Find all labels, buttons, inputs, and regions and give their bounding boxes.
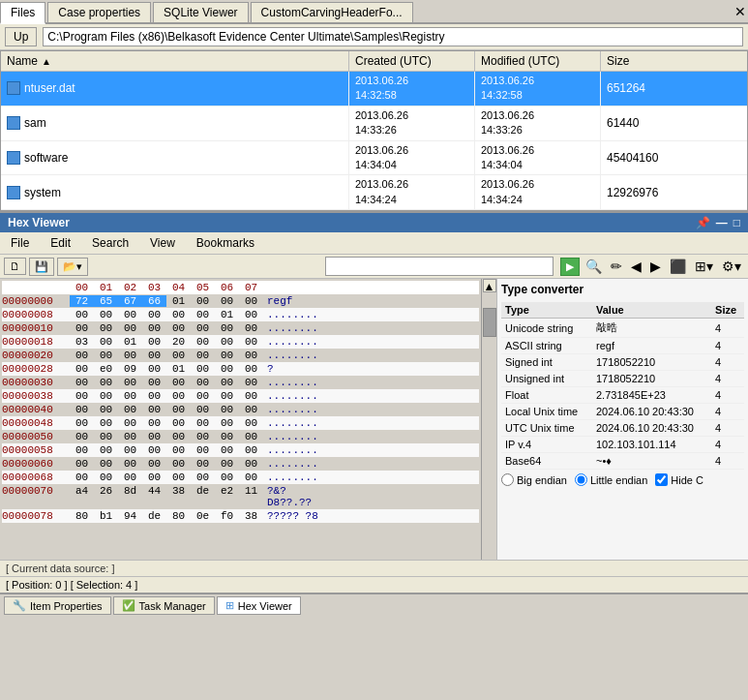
hex-byte-12-4[interactable]: 00 [166, 458, 191, 470]
tab-case-properties[interactable]: Case properties [47, 2, 151, 22]
hex-byte-5-1[interactable]: e0 [94, 363, 118, 375]
bottom-tab-task-manager[interactable]: ✅ Task Manager [113, 596, 215, 615]
hex-byte-6-2[interactable]: 00 [118, 377, 142, 388]
hex-byte-12-0[interactable]: 00 [70, 458, 94, 470]
hex-byte-10-5[interactable]: 00 [191, 431, 215, 442]
menu-bookmarks[interactable]: Bookmarks [191, 234, 260, 252]
hex-byte-1-3[interactable]: 00 [142, 309, 166, 320]
bottom-tab-hex-viewer[interactable]: ⊞ Hex Viewer [217, 596, 301, 615]
hex-byte-5-4[interactable]: 01 [166, 363, 191, 375]
hex-byte-10-2[interactable]: 00 [118, 431, 142, 442]
hex-byte-13-4[interactable]: 00 [166, 472, 191, 483]
hex-byte-12-6[interactable]: 00 [215, 458, 239, 470]
hex-byte-4-0[interactable]: 00 [70, 350, 94, 361]
hex-row-7[interactable]: 000000380000000000000000........ [2, 389, 479, 403]
big-endian-label[interactable]: Big endian [501, 473, 567, 486]
hex-byte-6-0[interactable]: 00 [70, 377, 94, 388]
hex-byte-8-6[interactable]: 00 [215, 404, 239, 415]
hex-byte-12-3[interactable]: 00 [142, 458, 166, 470]
hex-byte-9-7[interactable]: 00 [239, 417, 263, 429]
hex-byte-4-6[interactable]: 00 [215, 350, 239, 361]
hex-byte-3-7[interactable]: 00 [239, 336, 263, 348]
little-endian-label[interactable]: Little endian [575, 473, 647, 486]
hex-byte-14-4[interactable]: 38 [166, 485, 191, 508]
hex-byte-1-7[interactable]: 00 [239, 309, 263, 320]
hex-byte-2-7[interactable]: 00 [239, 322, 263, 334]
hex-byte-0-1[interactable]: 65 [94, 295, 118, 307]
hex-byte-7-4[interactable]: 00 [166, 390, 191, 402]
hex-row-9[interactable]: 000000480000000000000000........ [2, 416, 479, 430]
little-endian-radio[interactable] [575, 473, 587, 486]
hex-byte-0-0[interactable]: 72 [70, 295, 94, 307]
hex-byte-0-2[interactable]: 67 [118, 295, 142, 307]
hex-byte-0-5[interactable]: 00 [191, 295, 215, 307]
hex-row-15[interactable]: 0000007880b194de800ef038????? ?8 [2, 509, 479, 523]
hex-byte-2-5[interactable]: 00 [191, 322, 215, 334]
hex-byte-5-7[interactable]: 00 [239, 363, 263, 375]
hex-byte-7-6[interactable]: 00 [215, 390, 239, 402]
hex-byte-11-3[interactable]: 00 [142, 444, 166, 456]
hex-byte-15-5[interactable]: 0e [191, 510, 215, 522]
hex-byte-11-4[interactable]: 00 [166, 444, 191, 456]
hex-byte-11-6[interactable]: 00 [215, 444, 239, 456]
hex-byte-3-3[interactable]: 00 [142, 336, 166, 348]
hex-byte-7-5[interactable]: 00 [191, 390, 215, 402]
hex-byte-5-0[interactable]: 00 [70, 363, 94, 375]
hex-byte-6-5[interactable]: 00 [191, 377, 215, 388]
hex-byte-10-4[interactable]: 00 [166, 431, 191, 442]
hex-byte-1-2[interactable]: 00 [118, 309, 142, 320]
stop-icon[interactable]: ⬛ [667, 258, 689, 275]
hex-byte-8-5[interactable]: 00 [191, 404, 215, 415]
hex-byte-10-3[interactable]: 00 [142, 431, 166, 442]
hex-byte-5-2[interactable]: 09 [118, 363, 142, 375]
search-icon[interactable]: 🔍 [583, 258, 605, 275]
hex-byte-3-2[interactable]: 01 [118, 336, 142, 348]
hex-byte-0-4[interactable]: 01 [166, 295, 191, 307]
menu-file[interactable]: File [5, 234, 35, 252]
hex-row-11[interactable]: 000000580000000000000000........ [2, 443, 479, 457]
close-icon[interactable]: ✕ [734, 4, 746, 19]
hex-row-6[interactable]: 000000300000000000000000........ [2, 376, 479, 389]
menu-view[interactable]: View [144, 234, 181, 252]
save-btn[interactable]: 💾 [29, 258, 54, 276]
hex-byte-9-5[interactable]: 00 [191, 417, 215, 429]
hex-row-14[interactable]: 00000070a4268d4438dee211?&?D8??.?? [2, 484, 479, 509]
hex-byte-6-1[interactable]: 00 [94, 377, 118, 388]
hex-byte-0-6[interactable]: 00 [215, 295, 239, 307]
hex-byte-12-5[interactable]: 00 [191, 458, 215, 470]
hex-byte-13-0[interactable]: 00 [70, 472, 94, 483]
grid-icon[interactable]: ⊞▾ [692, 258, 716, 275]
hex-byte-14-0[interactable]: a4 [70, 485, 94, 508]
hex-row-3[interactable]: 000000180300010020000000........ [2, 335, 479, 349]
big-endian-radio[interactable] [501, 473, 514, 486]
hex-scrollbar[interactable]: ▲ [481, 279, 496, 560]
hex-byte-7-3[interactable]: 00 [142, 390, 166, 402]
hex-byte-2-4[interactable]: 00 [166, 322, 191, 334]
hex-byte-0-3[interactable]: 66 [142, 295, 166, 307]
hex-byte-7-2[interactable]: 00 [118, 390, 142, 402]
hex-byte-12-1[interactable]: 00 [94, 458, 118, 470]
hex-byte-8-2[interactable]: 00 [118, 404, 142, 415]
scrollbar-thumb[interactable] [483, 308, 496, 337]
hex-byte-4-4[interactable]: 00 [166, 350, 191, 361]
bottom-tab-item-properties[interactable]: 🔧 Item Properties [4, 596, 111, 615]
hex-byte-15-6[interactable]: f0 [215, 510, 239, 522]
file-row-2[interactable]: software2013.06.26 14:34:042013.06.26 14… [1, 141, 747, 176]
hex-byte-15-1[interactable]: b1 [94, 510, 118, 522]
hex-byte-1-0[interactable]: 00 [70, 309, 94, 320]
back-icon[interactable]: ◀ [628, 258, 644, 275]
settings-icon[interactable]: ⚙▾ [719, 258, 744, 275]
hex-byte-4-5[interactable]: 00 [191, 350, 215, 361]
hex-byte-9-1[interactable]: 00 [94, 417, 118, 429]
hex-byte-15-4[interactable]: 80 [166, 510, 191, 522]
restore-icon[interactable]: □ [733, 216, 740, 229]
hex-byte-4-1[interactable]: 00 [94, 350, 118, 361]
hex-byte-1-5[interactable]: 00 [191, 309, 215, 320]
hex-byte-14-2[interactable]: 8d [118, 485, 142, 508]
hex-byte-12-7[interactable]: 00 [239, 458, 263, 470]
hex-byte-2-1[interactable]: 00 [94, 322, 118, 334]
hex-byte-6-7[interactable]: 00 [239, 377, 263, 388]
hex-byte-12-2[interactable]: 00 [118, 458, 142, 470]
hex-byte-8-3[interactable]: 00 [142, 404, 166, 415]
hex-byte-6-3[interactable]: 00 [142, 377, 166, 388]
